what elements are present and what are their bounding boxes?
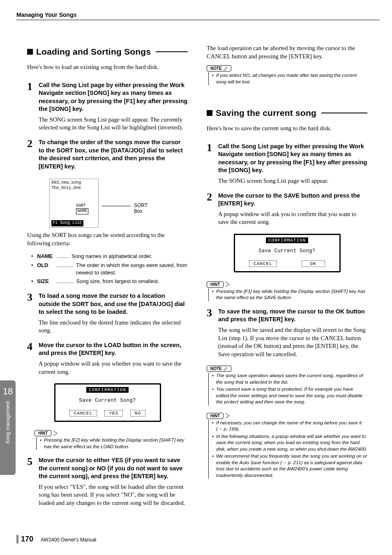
- subheading-loading: Loading and Sorting Songs: [27, 47, 188, 57]
- step-instruction: Call the Song List page by either pressi…: [39, 81, 188, 113]
- step-number: 3: [27, 292, 35, 335]
- confirmation-dialog: CONFIRMATION Save Current Song? CANCEL Y…: [54, 383, 161, 422]
- callout-item: • The song save operation always saves t…: [212, 373, 367, 385]
- dialog-cancel-button: CANCEL: [69, 410, 97, 417]
- step-explanation: If you select "YES", the song will be lo…: [39, 483, 188, 507]
- lcd-line: 003_new_song: [51, 180, 97, 186]
- step-explanation: A popup window will ask you whether you …: [39, 360, 188, 376]
- right-column: The load operation can be aborted by mov…: [207, 44, 367, 526]
- callout-item: • Pressing the [F2] key while holding th…: [40, 437, 188, 450]
- step-number: 3: [207, 308, 215, 358]
- step-explanation: The line enclosed by the dotted frame in…: [39, 319, 188, 335]
- dialog-message: Save Current Song?: [59, 398, 157, 403]
- callout-text: You cannot save a song that is protected…: [216, 386, 367, 405]
- callout-tag-row: NOTE: [207, 366, 367, 372]
- callout-text: If you select NO, all changes you made a…: [216, 72, 367, 85]
- step-body: Move the cursor to the SAVE button and p…: [218, 192, 367, 226]
- step-number: 2: [207, 192, 215, 226]
- step-5: 5 Move the cursor to either YES (if you …: [27, 456, 188, 507]
- callout-body: • If you select NO, all changes you made…: [208, 72, 367, 85]
- header-rule: [16, 20, 380, 20]
- hint-callout: HINT • Pressing the [F2] key while holdi…: [35, 430, 188, 451]
- callout-tag-label: HINT: [210, 414, 220, 418]
- step-number: 5: [27, 456, 35, 507]
- callout-tag-label: HINT: [210, 282, 220, 287]
- left-column: Loading and Sorting Songs Here's how to …: [27, 44, 188, 526]
- step-body: Move the cursor to the LOAD button in th…: [39, 341, 188, 376]
- note-callout: NOTE • The song save operation always sa…: [207, 366, 367, 406]
- callout-text: In the following situations, a popup win…: [216, 433, 367, 453]
- step-3: 3 To load a song move the cursor to a lo…: [27, 292, 188, 335]
- criteria-row: • OLD ........... The order in which the…: [31, 262, 188, 276]
- criteria-description: Song names in alphabetical order.: [71, 253, 152, 260]
- step-instruction: Move the cursor to the SAVE button and p…: [218, 192, 367, 208]
- subheading-saving: Saving the current song: [207, 108, 367, 118]
- step-instruction: Move the cursor to either YES (if you wa…: [39, 456, 188, 481]
- step-4: 4 Move the cursor to the LOAD button in …: [27, 341, 188, 376]
- chevron-right-icon: [225, 413, 231, 419]
- step-instruction: Move the cursor to the LOAD button in th…: [39, 341, 188, 357]
- step-1: 1 Call the Song List page by either pres…: [27, 81, 188, 132]
- criteria-name: NAME: [37, 253, 54, 260]
- sort-box-diagram: 003_new_song The_Only_One SORT NAME F1 S…: [49, 179, 148, 224]
- bullet-icon: •: [212, 373, 214, 385]
- chevron-right-icon: [53, 431, 59, 436]
- note-tag: NOTE: [207, 65, 231, 71]
- criteria-description: The order in which the songs were saved,…: [76, 262, 188, 276]
- callout-text: If necessary, you can change the name of…: [216, 420, 367, 433]
- bullet-icon: •: [212, 288, 214, 301]
- chapter-label: Song management: [5, 401, 11, 444]
- callout-tag-label: HINT: [38, 431, 48, 435]
- callout-body: • Pressing the [F1] key while holding th…: [208, 288, 367, 301]
- dialog-no-button: NO: [130, 410, 145, 417]
- criteria-name: OLD: [37, 262, 54, 269]
- lcd-tab-f1: F1: [51, 220, 59, 226]
- dialog-ok-button: OK: [302, 260, 325, 267]
- criteria-dots: ...........: [57, 262, 74, 269]
- dialog-cancel-button: CANCEL: [249, 260, 277, 267]
- callout-item: • If necessary, you can change the name …: [212, 420, 367, 433]
- step-explanation: The SONG screen Song List page will appe…: [39, 116, 188, 132]
- callout-tag-row: HINT: [207, 413, 367, 419]
- callout-tag-label: NOTE: [210, 66, 222, 71]
- callout-text: Pressing the [F2] key while holding the …: [44, 437, 188, 450]
- subheading-rule: [156, 51, 188, 52]
- callout-line: [102, 206, 131, 206]
- note-callout: NOTE • If you select NO, all changes you…: [207, 65, 367, 86]
- dialog-message: Save Current Song?: [238, 248, 336, 254]
- hint-callout: HINT • Pressing the [F1] key while holdi…: [207, 281, 367, 302]
- subheading-title: Saving the current song: [216, 108, 316, 118]
- bullet-icon: •: [31, 253, 35, 260]
- sort-explanation: Using the SORT box songs can be sorted a…: [27, 231, 188, 247]
- square-bullet-icon: [27, 49, 33, 55]
- step-instruction: To change the order of the songs move th…: [39, 138, 188, 170]
- confirmation-dialog: CONFIRMATION Save Current Song? CANCEL O…: [234, 234, 341, 272]
- callout-tag-label: NOTE: [210, 366, 222, 371]
- section-title: Managing Your Songs: [16, 12, 380, 18]
- callout-text: Pressing the [F1] key while holding the …: [216, 288, 367, 301]
- chapter-side-tab: 18 Song management: [0, 380, 16, 475]
- step-1: 1 Call the Song List page by either pres…: [207, 143, 367, 185]
- page-number: 170: [16, 535, 33, 543]
- callout-item: • You cannot save a song that is protect…: [212, 386, 367, 405]
- lcd-sort-label: SORT: [76, 203, 86, 208]
- hint-tag: HINT: [207, 413, 224, 419]
- step-instruction: To save the song, move the cursor to the…: [218, 308, 367, 324]
- criteria-name: SIZE: [37, 278, 54, 285]
- manual-name: AW2400 Owner's Manual: [41, 537, 96, 543]
- bullet-icon: •: [212, 386, 214, 405]
- step-body: Move the cursor to either YES (if you wa…: [39, 456, 188, 507]
- callout-item: • Pressing the [F1] key while holding th…: [212, 288, 367, 301]
- lcd-line: The_Only_One: [51, 186, 97, 191]
- step-body: To change the order of the songs move th…: [39, 138, 188, 170]
- bullet-icon: •: [31, 278, 35, 285]
- dialog-title: CONFIRMATION: [266, 237, 308, 243]
- dialog-button-row: CANCEL OK: [238, 260, 336, 267]
- lcd-tab-row: F1 Song List: [51, 220, 97, 226]
- step-explanation: A popup window will ask you to confirm t…: [218, 210, 367, 226]
- bullet-icon: •: [212, 72, 214, 85]
- criteria-description: Song size, from largest to smallest.: [76, 278, 159, 285]
- subheading-rule: [321, 113, 367, 113]
- bullet-icon: •: [212, 453, 214, 479]
- callout-item: • In the following situations, a popup w…: [212, 433, 367, 453]
